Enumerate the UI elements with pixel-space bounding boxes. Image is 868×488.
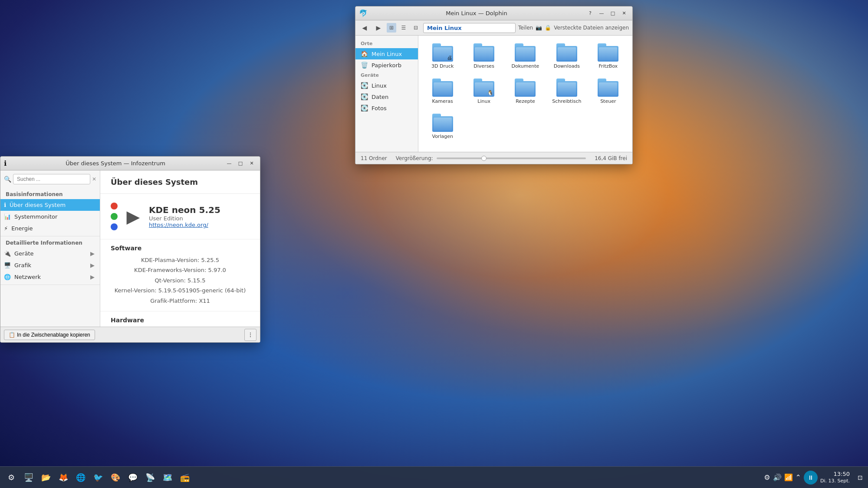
infocenter-netzwerk-label: Netzwerk: [14, 274, 41, 280]
dolphin-orte-header: Orte: [355, 39, 418, 48]
infocenter-close-button[interactable]: ✕: [247, 159, 256, 168]
dolphin-file-linux[interactable]: 🐧Linux: [465, 76, 503, 108]
dolphin-file-schreibtisch[interactable]: Schreibtisch: [548, 76, 585, 108]
file-label: 3D Druck: [431, 63, 454, 69]
info-icon: ℹ️: [4, 202, 6, 208]
dolphin-forward-button[interactable]: ▶: [373, 22, 384, 33]
folder-icon-3d druck: 🖨: [432, 44, 453, 62]
dolphin-file-count: 11 Ordner: [361, 155, 387, 161]
dolphin-sidebar-daten-drive[interactable]: 💽 Daten: [355, 91, 418, 102]
infocenter-minimize-button[interactable]: —: [224, 159, 234, 168]
audio-icon[interactable]: 🔊: [773, 473, 782, 481]
taskbar-app10[interactable]: 📻: [177, 470, 193, 485]
home-icon: 🏠: [361, 50, 368, 57]
dolphin-path-bar[interactable]: Mein Linux: [423, 23, 516, 33]
netzwerk-icon: 🌐: [4, 274, 11, 280]
monitor-icon: 📊: [4, 213, 11, 220]
kde-edition: User Edition: [149, 215, 220, 222]
dolphin-file-3d-druck[interactable]: 🖨3D Druck: [424, 41, 461, 72]
media-pause-button[interactable]: ⏸: [804, 471, 818, 485]
taskbar-app6[interactable]: 🎨: [108, 470, 123, 485]
copy-button-label: In die Zwischenablage kopieren: [17, 332, 90, 338]
infocenter-detailinfo-section: Detaillierte Informationen 🔌 Geräte ▶ 🖥️…: [0, 236, 100, 285]
dolphin-file-downloads[interactable]: Downloads: [548, 41, 585, 72]
infocenter-ueber-system-label: Über dieses System: [10, 202, 66, 208]
network-icon[interactable]: 📶: [784, 473, 793, 481]
dolphin-minimize-button[interactable]: —: [597, 9, 606, 18]
infocenter-grafik-label: Grafik: [14, 262, 31, 269]
taskbar-date-value: Di. 13. Sept.: [820, 478, 850, 484]
dolphin-sidebar-daten-label: Daten: [372, 94, 388, 100]
folder-icon-fritzbox: [598, 44, 618, 62]
dolphin-file-diverses[interactable]: Diverses: [465, 41, 503, 72]
dolphin-sidebar-meinlinux[interactable]: 🏠 Mein Linux: [355, 48, 418, 59]
dolphin-sidebar-papierkorb[interactable]: 🗑️ Papierkorb: [355, 59, 418, 71]
dolphin-sidebar-linux-drive[interactable]: 💽 Linux: [355, 80, 418, 91]
dolphin-column-view-button[interactable]: ⊟: [411, 23, 421, 33]
chevron-up-icon[interactable]: ⌃: [796, 473, 801, 481]
taskbar-launcher-button[interactable]: ⚙️: [3, 470, 19, 485]
dolphin-share-button[interactable]: Teilen: [518, 25, 533, 31]
taskbar-app8[interactable]: 📡: [142, 470, 158, 485]
infocenter-energie-item[interactable]: ⚡ Energie: [0, 223, 100, 234]
folder-icon-linux: 🐧: [473, 79, 494, 97]
kde-info: KDE neon 5.25 User Edition https://neon.…: [149, 205, 220, 228]
ic-more-button[interactable]: ⋮: [244, 329, 256, 341]
file-label: Schreibtisch: [552, 98, 581, 104]
dolphin-icon-view-button[interactable]: ⊞: [387, 23, 396, 33]
bluetooth-icon[interactable]: ⚙: [764, 473, 770, 481]
copy-button[interactable]: 📋 In die Zwischenablage kopieren: [4, 330, 95, 340]
dolphin-sidebar-linux-label: Linux: [372, 82, 387, 89]
dolphin-free-space: 16,4 GiB frei: [595, 155, 627, 161]
dolphin-camera-icon: 📷: [536, 25, 542, 31]
infocenter-systemmonitor-item[interactable]: 📊 Systemmonitor: [0, 211, 100, 223]
dolphin-sidebar-meinlinux-label: Mein Linux: [372, 51, 402, 57]
taskbar-app4[interactable]: 🌐: [73, 470, 89, 485]
infocenter-sidebar: 🔍 ✕ Basisinformationen ℹ️ Über dieses Sy…: [0, 170, 100, 327]
dolphin-list-view-button[interactable]: ☰: [399, 23, 408, 33]
folder-overlay-icon: 🖨: [447, 55, 452, 61]
taskbar-clock[interactable]: 13:50 Di. 13. Sept.: [820, 471, 850, 484]
dolphin-close-button[interactable]: ✕: [619, 9, 629, 18]
infocenter-statusbar: 📋 In die Zwischenablage kopieren ⋮: [0, 327, 260, 342]
dolphin-titlebar: 🐬 Mein Linux — Dolphin ? — □ ✕: [355, 7, 632, 20]
dolphin-file-kameras[interactable]: Kameras: [424, 76, 461, 108]
file-label: Dokumente: [512, 63, 539, 69]
infocenter-grafik-item[interactable]: 🖥️ Grafik ▶: [0, 259, 100, 271]
dolphin-file-vorlagen[interactable]: Vorlagen: [424, 111, 461, 143]
dolphin-file-rezepte[interactable]: Rezepte: [506, 76, 544, 108]
dolphin-zoom-slider[interactable]: Vergrößerung:: [396, 155, 586, 161]
taskbar-app7[interactable]: 💬: [125, 470, 141, 485]
taskbar-app9[interactable]: 🗺️: [160, 470, 175, 485]
kde-dot-red: [111, 203, 118, 210]
infocenter-hardware-section: Hardware Prozessoren: 16 × 12th Gen Inte…: [100, 311, 260, 327]
infocenter-geraete-label: Geräte: [14, 250, 33, 257]
taskbar-app3[interactable]: 🦊: [56, 470, 71, 485]
infocenter-geraete-item[interactable]: 🔌 Geräte ▶: [0, 248, 100, 259]
dolphin-sidebar-fotos-drive[interactable]: 💽 Fotos: [355, 102, 418, 114]
kde-name: KDE neon 5.25: [149, 205, 220, 215]
infocenter-grafik-left: 🖥️ Grafik: [4, 262, 31, 269]
dolphin-maximize-button[interactable]: □: [608, 9, 618, 18]
taskbar-app1[interactable]: 🖥️: [21, 470, 36, 485]
dolphin-file-dokumente[interactable]: Dokumente: [506, 41, 544, 72]
infocenter-software-rows: KDE-Plasma-Version: 5.25.5KDE-Frameworks…: [111, 255, 250, 306]
dolphin-sidebar: Orte 🏠 Mein Linux 🗑️ Papierkorb Geräte 💽…: [355, 36, 418, 152]
infocenter-search-input[interactable]: [13, 174, 90, 184]
infocenter-ueber-system-item[interactable]: ℹ️ Über dieses System: [0, 199, 100, 211]
dolphin-file-steuer[interactable]: Steuer: [589, 76, 627, 108]
software-info-row: Grafik-Plattform: X11: [111, 296, 250, 306]
taskbar-app5[interactable]: 🐦: [90, 470, 106, 485]
infocenter-netzwerk-item[interactable]: 🌐 Netzwerk ▶: [0, 271, 100, 283]
infocenter-maximize-button[interactable]: □: [236, 159, 245, 168]
dolphin-back-button[interactable]: ◀: [359, 22, 370, 33]
taskbar-app2[interactable]: 📂: [38, 470, 54, 485]
dolphin-hidden-files-button[interactable]: Versteckte Dateien anzeigen: [554, 25, 629, 31]
kde-link[interactable]: https://neon.kde.org/: [149, 222, 220, 228]
infocenter-search-clear[interactable]: ✕: [92, 176, 96, 182]
taskbar-show-desktop-button[interactable]: ⊡: [852, 470, 868, 485]
dolphin-help-button[interactable]: ?: [585, 9, 595, 18]
folder-overlay-icon: 🐧: [487, 90, 493, 96]
dolphin-content: 🖨3D DruckDiversesDokumenteDownloadsFritz…: [418, 36, 632, 152]
dolphin-file-fritzbox[interactable]: FritzBox: [589, 41, 627, 72]
